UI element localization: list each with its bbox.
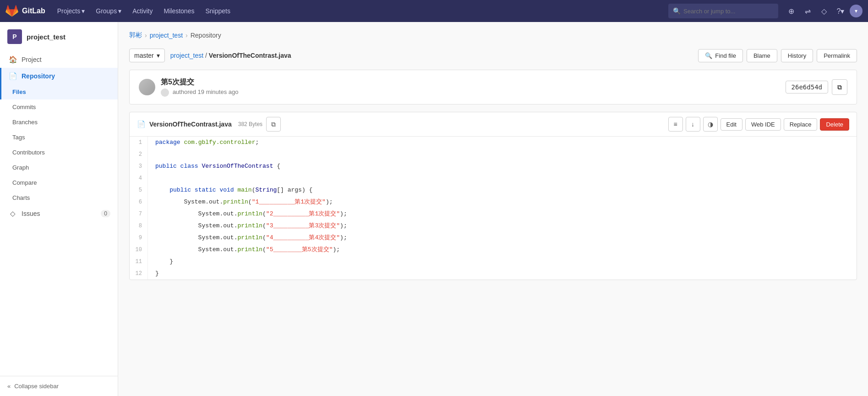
search-input[interactable]: [683, 8, 774, 15]
commit-message: 第5次提交: [161, 77, 238, 87]
groups-dropdown-icon: ▾: [118, 7, 121, 15]
global-search-box[interactable]: 🔍: [668, 4, 778, 18]
issues-icon-btn[interactable]: ◇: [817, 4, 831, 18]
blame-button[interactable]: Blame: [747, 49, 777, 62]
file-type-icon: 📄: [137, 120, 146, 128]
sidebar-item-repository[interactable]: 📄 Repository: [0, 68, 118, 84]
blame-icon: ◑: [708, 121, 713, 128]
search-icon: 🔍: [673, 7, 681, 15]
find-file-button[interactable]: 🔍 Find file: [698, 49, 743, 62]
code-line-4: 4: [130, 172, 857, 184]
code-line-7: 7 System.out.println("2__________第1次提交")…: [130, 208, 857, 220]
nav-milestones[interactable]: Milestones: [159, 5, 199, 17]
copy-path-icon: ⧉: [271, 121, 276, 128]
gitlab-logo-icon: [5, 5, 18, 17]
replace-button[interactable]: Replace: [784, 118, 818, 131]
sidebar-item-graph[interactable]: Graph: [0, 160, 118, 175]
file-view-name: VersionOfTheContrast.java: [149, 121, 232, 128]
file-view-actions: ≡ ↓ ◑ Edit Web IDE Replace Delete: [668, 117, 849, 132]
main-content: 郭彬 › project_test › Repository master ▾ …: [118, 22, 868, 396]
sidebar-item-branches[interactable]: Branches: [0, 115, 118, 130]
download-button[interactable]: ↓: [686, 117, 700, 132]
code-line-1: 1 package com.gblfy.controller;: [130, 137, 857, 148]
project-avatar: P: [7, 29, 22, 44]
file-path-filename: VersionOfTheContrast.java: [209, 52, 291, 59]
code-line-12: 12 }: [130, 268, 857, 280]
sidebar-item-tags[interactable]: Tags: [0, 130, 118, 145]
branch-selector[interactable]: master ▾: [129, 49, 165, 62]
commit-left: 第5次提交 authored 19 minutes ago: [139, 77, 238, 97]
code-line-5: 5 public static void main(String[] args)…: [130, 184, 857, 196]
copy-icon: ⧉: [837, 83, 842, 91]
sidebar-item-contributors[interactable]: Contributors: [0, 145, 118, 160]
copy-file-path-button[interactable]: ⧉: [266, 117, 281, 132]
nav-activity[interactable]: Activity: [128, 5, 157, 17]
delete-button[interactable]: Delete: [820, 118, 849, 131]
breadcrumb-sep-1: ›: [145, 32, 147, 39]
web-ide-button[interactable]: Web IDE: [745, 118, 781, 131]
file-path-sep: /: [205, 52, 209, 59]
code-line-3: 3 public class VersionOfTheContrast {: [130, 160, 857, 172]
commit-hash: 26e6d54d: [786, 81, 828, 94]
merge-requests-icon-btn[interactable]: ⇌: [800, 4, 815, 18]
code-view: 1 package com.gblfy.controller; 2 3 publ…: [130, 137, 857, 280]
collapse-icon: «: [7, 383, 11, 390]
gitlab-brand-link[interactable]: GitLab: [5, 5, 45, 17]
file-size: 382 Bytes: [238, 121, 262, 127]
sidebar-item-project[interactable]: 🏠 Project: [0, 51, 118, 68]
commit-author-avatar: [139, 79, 155, 95]
history-button[interactable]: History: [781, 49, 813, 62]
code-line-6: 6 System.out.println("1__________第1次提交")…: [130, 196, 857, 208]
project-name-label: project_test: [27, 33, 66, 41]
topnav-icon-group: ⊕ ⇌ ◇ ?▾ ▾: [784, 4, 863, 18]
nav-snippets[interactable]: Snippets: [201, 5, 235, 17]
branch-name: master: [134, 52, 154, 59]
page-layout: P project_test 🏠 Project 📄 Repository Fi…: [0, 22, 868, 396]
sidebar-item-files[interactable]: Files: [0, 84, 118, 99]
raw-button[interactable]: ≡: [668, 117, 683, 132]
file-header-actions: 🔍 Find file Blame History Permalink: [698, 49, 857, 62]
sidebar: P project_test 🏠 Project 📄 Repository Fi…: [0, 22, 118, 396]
code-line-9: 9 System.out.println("4__________第4次提交")…: [130, 232, 857, 244]
raw-icon: ≡: [673, 121, 677, 128]
help-button[interactable]: ?▾: [833, 4, 848, 18]
file-path-project-link[interactable]: project_test: [170, 52, 203, 59]
copy-commit-hash-button[interactable]: ⧉: [832, 79, 847, 95]
sidebar-item-compare[interactable]: Compare: [0, 175, 118, 190]
user-avatar[interactable]: ▾: [850, 5, 863, 17]
download-icon: ↓: [691, 121, 694, 128]
breadcrumb-user-link[interactable]: 郭彬: [129, 31, 142, 39]
sidebar-item-commits[interactable]: Commits: [0, 99, 118, 115]
sidebar-item-issues[interactable]: ◇ Issues 0: [0, 205, 118, 222]
code-line-11: 11 }: [130, 256, 857, 268]
breadcrumb-project-link[interactable]: project_test: [150, 32, 183, 39]
commit-info-box: 第5次提交 authored 19 minutes ago 26e6d54d ⧉: [129, 70, 857, 104]
code-line-2: 2: [130, 148, 857, 160]
top-navigation: GitLab Projects ▾ Groups ▾ Activity Mile…: [0, 0, 868, 22]
issues-icon: ◇: [9, 209, 17, 218]
commit-right: 26e6d54d ⧉: [786, 79, 847, 95]
permalink-button[interactable]: Permalink: [817, 49, 857, 62]
issues-badge: 0: [101, 210, 110, 217]
find-file-icon: 🔍: [705, 52, 712, 59]
file-view-header: 📄 VersionOfTheContrast.java 382 Bytes ⧉ …: [130, 112, 857, 137]
file-header-bar: master ▾ project_test / VersionOfTheCont…: [129, 49, 857, 62]
breadcrumb-sep-2: ›: [186, 32, 188, 39]
nav-projects[interactable]: Projects ▾: [53, 5, 90, 17]
project-icon: 🏠: [9, 55, 17, 64]
repository-icon: 📄: [9, 72, 17, 80]
collapse-sidebar-button[interactable]: « Collapse sidebar: [0, 376, 118, 396]
branch-dropdown-icon: ▾: [157, 52, 160, 59]
edit-button[interactable]: Edit: [721, 118, 742, 131]
commit-meta: authored 19 minutes ago: [161, 88, 238, 97]
projects-dropdown-icon: ▾: [82, 7, 85, 15]
sidebar-item-charts[interactable]: Charts: [0, 190, 118, 205]
plus-button[interactable]: ⊕: [784, 4, 798, 18]
blame-file-button[interactable]: ◑: [703, 117, 718, 132]
breadcrumb: 郭彬 › project_test › Repository: [129, 31, 857, 39]
code-line-8: 8 System.out.println("3__________第3次提交")…: [130, 220, 857, 232]
breadcrumb-current: Repository: [191, 32, 221, 39]
nav-groups[interactable]: Groups ▾: [91, 5, 126, 17]
file-view-box: 📄 VersionOfTheContrast.java 382 Bytes ⧉ …: [129, 112, 857, 280]
brand-name: GitLab: [22, 7, 45, 15]
